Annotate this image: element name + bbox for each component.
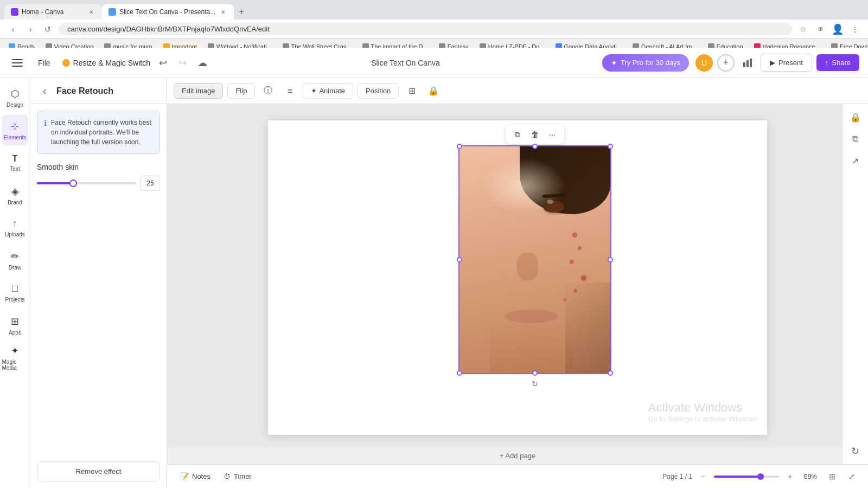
handle-top-right[interactable] bbox=[608, 144, 613, 149]
smooth-skin-label: Smooth skin bbox=[37, 163, 160, 171]
file-menu-button[interactable]: File bbox=[33, 56, 56, 69]
zoom-out-button[interactable]: − bbox=[697, 470, 710, 483]
forward-nav-button[interactable]: › bbox=[24, 23, 37, 36]
lock-toolbar-button[interactable]: 🔒 bbox=[425, 82, 442, 100]
canva-favicon bbox=[11, 8, 18, 16]
new-tab-button[interactable]: + bbox=[234, 4, 249, 20]
add-page-button[interactable]: + Add page bbox=[167, 447, 868, 464]
redo-button[interactable]: ↪ bbox=[176, 56, 189, 69]
save-cloud-button[interactable]: ☁ bbox=[196, 56, 209, 69]
animate-icon: ✦ bbox=[311, 87, 317, 95]
smooth-skin-slider-thumb[interactable] bbox=[69, 179, 77, 187]
bookmark-star[interactable]: ☆ bbox=[796, 23, 809, 36]
expand-button[interactable]: ⤢ bbox=[844, 469, 859, 484]
share-label: Share bbox=[832, 59, 851, 67]
refresh-nav-button[interactable]: ↺ bbox=[41, 23, 54, 36]
copy-image-button[interactable]: ⧉ bbox=[510, 127, 525, 142]
grid-toolbar-button[interactable]: ⊞ bbox=[403, 82, 420, 100]
smooth-skin-slider-fill bbox=[37, 182, 72, 184]
back-to-panel-button[interactable]: ‹ bbox=[37, 84, 52, 99]
notes-button[interactable]: 📝 Notes bbox=[176, 470, 215, 483]
list-toolbar-button[interactable]: ≡ bbox=[281, 82, 298, 100]
back-nav-button[interactable]: ‹ bbox=[7, 23, 20, 36]
browser-menu[interactable]: ⋮ bbox=[848, 23, 861, 36]
blemish-4 bbox=[581, 275, 586, 281]
flip-button[interactable]: Flip bbox=[227, 83, 255, 99]
svg-rect-3 bbox=[743, 62, 745, 67]
profile-btn[interactable]: 👤 bbox=[831, 23, 844, 36]
add-collaborator-button[interactable]: + bbox=[717, 54, 735, 72]
edit-image-button[interactable]: Edit image bbox=[174, 83, 223, 99]
position-label: Position bbox=[366, 87, 391, 95]
delete-image-button[interactable]: 🗑 bbox=[527, 127, 542, 142]
sidebar-item-draw[interactable]: ✏ Draw bbox=[2, 245, 28, 275]
tab-canva-close[interactable]: ✕ bbox=[87, 8, 95, 16]
more-image-button[interactable]: ··· bbox=[545, 127, 560, 142]
sidebar-item-magic-media[interactable]: ✦ Magic Media bbox=[2, 343, 28, 373]
remove-effect-button[interactable]: Remove effect bbox=[37, 461, 160, 481]
sidebar-item-brand-label: Brand bbox=[8, 200, 22, 206]
sidebar-item-text[interactable]: T Text bbox=[2, 147, 28, 178]
tab-canva[interactable]: Home - Canva ✕ bbox=[4, 4, 102, 20]
sidebar-item-brand[interactable]: ◈ Brand bbox=[2, 180, 28, 210]
sidebar-item-projects[interactable]: □ Projects bbox=[2, 278, 28, 308]
handle-bottom-right[interactable] bbox=[608, 370, 613, 376]
user-avatar[interactable]: U bbox=[695, 54, 713, 72]
tab-slice[interactable]: Slice Text On Canva - Presenta... ✕ bbox=[102, 4, 234, 20]
hamburger-menu-button[interactable] bbox=[9, 54, 26, 72]
present-label: Present bbox=[778, 59, 803, 67]
grid-view-button[interactable]: ⊞ bbox=[825, 469, 840, 484]
browser-chrome: Home - Canva ✕ Slice Text On Canva - Pre… bbox=[0, 0, 868, 48]
info-toolbar-button[interactable]: ⓘ bbox=[259, 82, 277, 100]
handle-top-middle[interactable] bbox=[532, 144, 538, 149]
animate-button[interactable]: ✦ Animate bbox=[303, 83, 353, 99]
right-export-button[interactable]: ↗ bbox=[847, 152, 864, 169]
smooth-skin-slider-track[interactable] bbox=[37, 182, 136, 184]
timer-button[interactable]: ⏱ Timer bbox=[219, 470, 256, 483]
zoom-slider-fill bbox=[714, 476, 759, 478]
try-pro-button[interactable]: ✦ Try Pro for 30 days bbox=[602, 54, 689, 72]
uploads-icon: ↑ bbox=[12, 218, 17, 229]
right-refresh-button[interactable]: ↻ bbox=[847, 442, 864, 460]
present-button[interactable]: ▶ Present bbox=[761, 54, 812, 72]
svg-rect-4 bbox=[746, 60, 749, 67]
zoom-slider[interactable] bbox=[714, 476, 779, 478]
handle-top-left[interactable] bbox=[457, 144, 462, 149]
edit-image-label: Edit image bbox=[182, 87, 215, 95]
sidebar-item-design[interactable]: ⬡ Design bbox=[2, 82, 28, 113]
magic-media-icon: ✦ bbox=[11, 345, 19, 357]
sidebar-item-draw-label: Draw bbox=[9, 265, 21, 271]
sidebar-item-apps[interactable]: ⊞ Apps bbox=[2, 310, 28, 341]
tab-slice-close[interactable]: ✕ bbox=[219, 8, 227, 16]
canvas-page[interactable]: ⧉ 🗑 ··· bbox=[268, 120, 767, 435]
undo-button[interactable]: ↩ bbox=[157, 56, 170, 69]
extensions-btn[interactable]: ⊕ bbox=[814, 23, 827, 36]
notes-icon: 📝 bbox=[180, 472, 189, 480]
left-sidebar: ⬡ Design ⊹ Elements T Text ◈ Brand ↑ Upl… bbox=[0, 78, 30, 488]
zoom-slider-thumb[interactable] bbox=[757, 473, 764, 480]
eye-pupil bbox=[544, 201, 564, 213]
toolbar-right: U + ▶ Present ↑ Share bbox=[695, 54, 859, 72]
handle-middle-left[interactable] bbox=[457, 257, 462, 262]
notes-label: Notes bbox=[192, 472, 210, 480]
right-lock-button[interactable]: 🔒 bbox=[847, 108, 864, 126]
handle-middle-right[interactable] bbox=[608, 257, 613, 262]
sidebar-item-elements[interactable]: ⊹ Elements bbox=[2, 115, 28, 145]
right-copy-button[interactable]: ⧉ bbox=[847, 130, 864, 147]
handle-bottom-left[interactable] bbox=[457, 370, 462, 376]
zoom-controls: − + 69% bbox=[697, 470, 820, 483]
url-bar[interactable]: canva.com/design/DAGHbknBrM/BXTPnjaqIo7W… bbox=[59, 23, 792, 35]
sidebar-item-uploads[interactable]: ↑ Uploads bbox=[2, 213, 28, 243]
second-toolbar: ‹ Face Retouch bbox=[30, 78, 167, 104]
rotate-handle[interactable]: ↻ bbox=[529, 378, 540, 389]
timer-label: Timer bbox=[234, 472, 252, 480]
handle-bottom-middle[interactable] bbox=[532, 370, 538, 376]
analytics-button[interactable] bbox=[739, 54, 756, 72]
share-button[interactable]: ↑ Share bbox=[816, 54, 859, 71]
zoom-in-button[interactable]: + bbox=[783, 470, 796, 483]
canvas-scroll-area[interactable]: ⧉ 🗑 ··· bbox=[167, 104, 868, 464]
position-button[interactable]: Position bbox=[358, 83, 399, 99]
tab-bar: Home - Canva ✕ Slice Text On Canva - Pre… bbox=[0, 0, 868, 20]
selected-image-container[interactable]: ⧉ 🗑 ··· bbox=[458, 145, 611, 374]
project-title: Resize & Magic Switch bbox=[73, 59, 150, 67]
